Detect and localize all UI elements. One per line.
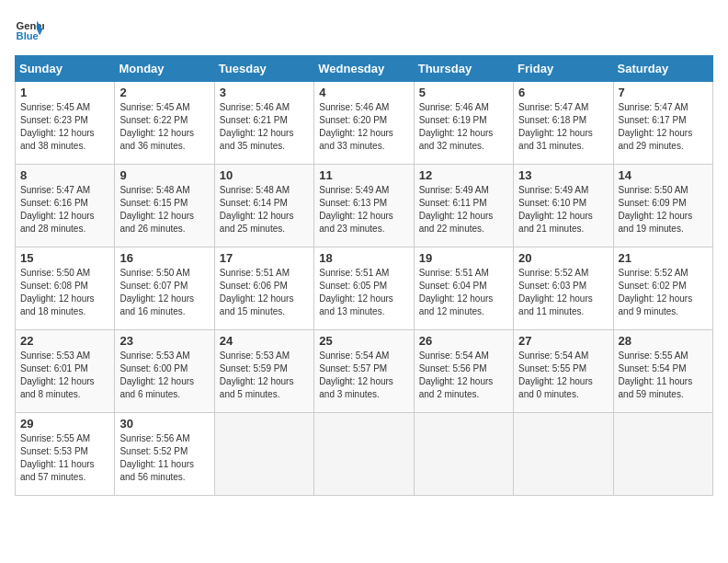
calendar-table: SundayMondayTuesdayWednesdayThursdayFrid…: [15, 55, 713, 496]
day-info: Sunrise: 5:52 AMSunset: 6:03 PMDaylight:…: [518, 267, 608, 318]
day-number: 9: [119, 168, 209, 182]
day-info: Sunrise: 5:50 AMSunset: 6:08 PMDaylight:…: [20, 267, 109, 318]
calendar-cell: 1Sunrise: 5:45 AMSunset: 6:23 PMDaylight…: [16, 82, 115, 165]
svg-text:Blue: Blue: [17, 30, 39, 41]
day-number: 14: [619, 168, 708, 182]
day-number: 26: [419, 334, 508, 348]
day-info: Sunrise: 5:48 AMSunset: 6:15 PMDaylight:…: [119, 184, 209, 236]
day-info: Sunrise: 5:50 AMSunset: 6:09 PMDaylight:…: [619, 184, 708, 236]
calendar-cell: 27Sunrise: 5:54 AMSunset: 5:55 PMDayligh…: [514, 330, 613, 413]
day-info: Sunrise: 5:55 AMSunset: 5:54 PMDaylight:…: [619, 350, 708, 401]
day-number: 24: [220, 334, 309, 348]
day-info: Sunrise: 5:51 AMSunset: 6:06 PMDaylight:…: [220, 267, 309, 318]
calendar-cell: 8Sunrise: 5:47 AMSunset: 6:16 PMDaylight…: [16, 165, 115, 247]
calendar-cell: [514, 413, 613, 496]
day-number: 8: [20, 168, 109, 182]
day-number: 10: [220, 168, 309, 182]
day-info: Sunrise: 5:49 AMSunset: 6:11 PMDaylight:…: [419, 184, 508, 236]
logo: General Blue: [15, 15, 48, 44]
day-number: 16: [119, 251, 209, 265]
day-info: Sunrise: 5:51 AMSunset: 6:04 PMDaylight:…: [419, 267, 508, 318]
day-info: Sunrise: 5:47 AMSunset: 6:16 PMDaylight:…: [20, 184, 109, 236]
calendar-cell: 26Sunrise: 5:54 AMSunset: 5:56 PMDayligh…: [414, 330, 513, 413]
day-number: 19: [419, 251, 508, 265]
page-header: General Blue: [15, 15, 713, 44]
calendar-cell: 28Sunrise: 5:55 AMSunset: 5:54 PMDayligh…: [613, 330, 712, 413]
day-info: Sunrise: 5:45 AMSunset: 6:22 PMDaylight:…: [119, 101, 209, 153]
calendar-cell: 21Sunrise: 5:52 AMSunset: 6:02 PMDayligh…: [613, 247, 712, 330]
calendar-cell: 14Sunrise: 5:50 AMSunset: 6:09 PMDayligh…: [613, 165, 712, 247]
day-info: Sunrise: 5:45 AMSunset: 6:23 PMDaylight:…: [20, 101, 109, 153]
calendar-cell: 20Sunrise: 5:52 AMSunset: 6:03 PMDayligh…: [514, 247, 613, 330]
day-number: 30: [119, 417, 209, 431]
calendar-cell: 15Sunrise: 5:50 AMSunset: 6:08 PMDayligh…: [16, 247, 115, 330]
calendar-cell: 13Sunrise: 5:49 AMSunset: 6:10 PMDayligh…: [514, 165, 613, 247]
calendar-cell: 19Sunrise: 5:51 AMSunset: 6:04 PMDayligh…: [414, 247, 513, 330]
calendar-cell: 24Sunrise: 5:53 AMSunset: 5:59 PMDayligh…: [214, 330, 313, 413]
calendar-cell: 11Sunrise: 5:49 AMSunset: 6:13 PMDayligh…: [314, 165, 414, 247]
day-number: 21: [619, 251, 708, 265]
calendar-week-row: 22Sunrise: 5:53 AMSunset: 6:01 PMDayligh…: [16, 330, 713, 413]
day-info: Sunrise: 5:48 AMSunset: 6:14 PMDaylight:…: [220, 184, 309, 236]
weekday-header-friday: Friday: [514, 56, 613, 82]
calendar-cell: [314, 413, 414, 496]
day-number: 7: [619, 86, 708, 99]
day-number: 23: [119, 334, 209, 348]
weekday-header-row: SundayMondayTuesdayWednesdayThursdayFrid…: [16, 56, 713, 82]
calendar-cell: 23Sunrise: 5:53 AMSunset: 6:00 PMDayligh…: [115, 330, 214, 413]
day-info: Sunrise: 5:54 AMSunset: 5:56 PMDaylight:…: [419, 350, 508, 401]
calendar-cell: 18Sunrise: 5:51 AMSunset: 6:05 PMDayligh…: [314, 247, 414, 330]
calendar-week-row: 29Sunrise: 5:55 AMSunset: 5:53 PMDayligh…: [16, 413, 713, 496]
calendar-cell: 10Sunrise: 5:48 AMSunset: 6:14 PMDayligh…: [214, 165, 313, 247]
calendar-cell: 5Sunrise: 5:46 AMSunset: 6:19 PMDaylight…: [414, 82, 513, 165]
day-number: 25: [319, 334, 408, 348]
weekday-header-tuesday: Tuesday: [214, 56, 313, 82]
day-info: Sunrise: 5:49 AMSunset: 6:10 PMDaylight:…: [518, 184, 608, 236]
day-number: 28: [619, 334, 708, 348]
day-number: 22: [20, 334, 109, 348]
day-number: 11: [319, 168, 408, 182]
calendar-cell: 12Sunrise: 5:49 AMSunset: 6:11 PMDayligh…: [414, 165, 513, 247]
day-number: 6: [518, 86, 608, 99]
day-number: 27: [518, 334, 608, 348]
calendar-cell: 30Sunrise: 5:56 AMSunset: 5:52 PMDayligh…: [115, 413, 214, 496]
day-info: Sunrise: 5:47 AMSunset: 6:18 PMDaylight:…: [518, 101, 608, 153]
day-number: 1: [20, 86, 109, 99]
day-number: 5: [419, 86, 508, 99]
day-info: Sunrise: 5:51 AMSunset: 6:05 PMDaylight:…: [319, 267, 408, 318]
day-info: Sunrise: 5:46 AMSunset: 6:21 PMDaylight:…: [220, 101, 309, 153]
calendar-cell: 9Sunrise: 5:48 AMSunset: 6:15 PMDaylight…: [115, 165, 214, 247]
calendar-cell: 3Sunrise: 5:46 AMSunset: 6:21 PMDaylight…: [214, 82, 313, 165]
weekday-header-monday: Monday: [115, 56, 214, 82]
day-info: Sunrise: 5:53 AMSunset: 6:01 PMDaylight:…: [20, 350, 109, 401]
calendar-cell: [214, 413, 313, 496]
calendar-week-row: 15Sunrise: 5:50 AMSunset: 6:08 PMDayligh…: [16, 247, 713, 330]
day-number: 2: [119, 86, 209, 99]
weekday-header-thursday: Thursday: [414, 56, 513, 82]
weekday-header-saturday: Saturday: [613, 56, 712, 82]
weekday-header-sunday: Sunday: [16, 56, 115, 82]
day-number: 17: [220, 251, 309, 265]
day-info: Sunrise: 5:54 AMSunset: 5:55 PMDaylight:…: [518, 350, 608, 401]
day-info: Sunrise: 5:53 AMSunset: 6:00 PMDaylight:…: [119, 350, 209, 401]
calendar-cell: 6Sunrise: 5:47 AMSunset: 6:18 PMDaylight…: [514, 82, 613, 165]
day-info: Sunrise: 5:56 AMSunset: 5:52 PMDaylight:…: [119, 432, 209, 484]
calendar-week-row: 8Sunrise: 5:47 AMSunset: 6:16 PMDaylight…: [16, 165, 713, 247]
calendar-cell: 29Sunrise: 5:55 AMSunset: 5:53 PMDayligh…: [16, 413, 115, 496]
day-number: 29: [20, 417, 109, 431]
day-info: Sunrise: 5:49 AMSunset: 6:13 PMDaylight:…: [319, 184, 408, 236]
day-number: 20: [518, 251, 608, 265]
day-info: Sunrise: 5:46 AMSunset: 6:19 PMDaylight:…: [419, 101, 508, 153]
day-info: Sunrise: 5:50 AMSunset: 6:07 PMDaylight:…: [119, 267, 209, 318]
calendar-cell: 17Sunrise: 5:51 AMSunset: 6:06 PMDayligh…: [214, 247, 313, 330]
day-number: 13: [518, 168, 608, 182]
calendar-cell: 16Sunrise: 5:50 AMSunset: 6:07 PMDayligh…: [115, 247, 214, 330]
day-info: Sunrise: 5:53 AMSunset: 5:59 PMDaylight:…: [220, 350, 309, 401]
calendar-cell: [414, 413, 513, 496]
calendar-week-row: 1Sunrise: 5:45 AMSunset: 6:23 PMDaylight…: [16, 82, 713, 165]
day-number: 15: [20, 251, 109, 265]
calendar-cell: [613, 413, 712, 496]
day-info: Sunrise: 5:46 AMSunset: 6:20 PMDaylight:…: [319, 101, 408, 153]
day-number: 4: [319, 86, 408, 99]
day-number: 3: [220, 86, 309, 99]
